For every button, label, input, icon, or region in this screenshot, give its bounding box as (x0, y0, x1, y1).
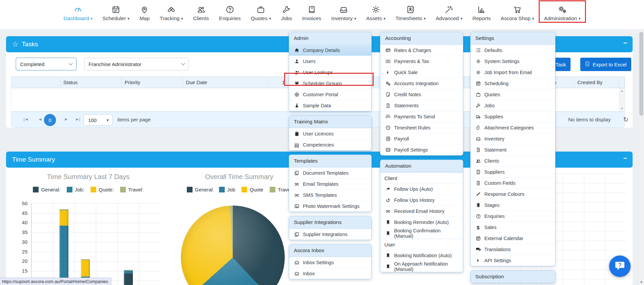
scrollbar-thumb[interactable] (639, 32, 643, 116)
nav-item-administration[interactable]: Administration▾ (543, 3, 581, 21)
nav-item-invoices[interactable]: Invoices (302, 3, 322, 21)
task-assignee-select[interactable]: Franchise Administrator (84, 58, 189, 70)
menu-item-translations[interactable]: Translations (471, 244, 555, 255)
pager-first-button[interactable]: |◄ (23, 117, 28, 122)
menu-item-users[interactable]: Users (289, 56, 371, 67)
menu-item-photo-watermark-settings[interactable]: Photo Watermark Settings (289, 201, 371, 212)
menu-item-competencies[interactable]: ▤Competencies (289, 139, 371, 150)
menu-item-sample-data[interactable]: Sample Data (289, 100, 371, 111)
menu-item-credit-notes[interactable]: Credit Notes (380, 89, 463, 100)
menu-item-statement[interactable]: $Statement (471, 144, 555, 155)
menu-item-scheduling[interactable]: Scheduling (471, 78, 555, 89)
nav-item-map[interactable]: Map (139, 3, 150, 21)
nav-item-advanced[interactable]: Advanced▾ (435, 3, 463, 21)
column-header-due-date[interactable]: Due Date (183, 77, 268, 88)
nav-item-quotes[interactable]: Quotes▾ (250, 3, 272, 21)
menu-item-sms-templates[interactable]: ✉SMS Templates (289, 189, 371, 201)
nav-item-ascora-shop[interactable]: Ascora Shop▾ (500, 3, 535, 21)
nav-item-tracking[interactable]: Tracking▾ (159, 3, 183, 21)
menu-item-label: Customer Portal (303, 92, 338, 97)
menu-item-job-import-from-email[interactable]: Job Import from Email (471, 67, 555, 78)
column-header-priority[interactable]: Priority (122, 77, 183, 88)
window-scrollbar[interactable]: ▼ (638, 30, 644, 285)
menu-item-scheduler-groups[interactable]: Scheduler Groups (289, 78, 371, 89)
page-size-select[interactable]: 100▼ (84, 114, 113, 126)
menu-item-on-approach-notification-manual[interactable]: On Approach Notification (Manual) (380, 261, 463, 272)
menu-item-payroll[interactable]: Payroll (380, 133, 463, 144)
menu-item-label: Document Templates (303, 170, 348, 176)
menu-item-defaults[interactable]: Defaults (471, 45, 555, 56)
column-header-status[interactable]: Status (61, 77, 122, 88)
menu-item-quick-sale[interactable]: Quick Sale (380, 67, 463, 78)
menu-item-enquiries[interactable]: Enquiries (471, 211, 555, 222)
menu-item-label: Users (303, 59, 316, 64)
menu-item-follow-ups-auto[interactable]: Follow Ups (Auto) (380, 183, 463, 194)
menu-item-stages[interactable]: Stages (471, 199, 555, 211)
menu-item-document-templates[interactable]: Document Templates (289, 167, 371, 178)
menu-item-statements[interactable]: xStatements (380, 100, 463, 111)
menu-item-inventory[interactable]: Inventory (471, 133, 555, 144)
menu-item-timesheet-rules[interactable]: Timesheet Rules (380, 122, 463, 133)
menu-item-system-settings[interactable]: System Settings (471, 56, 555, 67)
menu-item-suppliers[interactable]: Suppliers (471, 166, 555, 177)
column-header-created-by[interactable]: Created By (575, 77, 619, 88)
table-scrollbar[interactable]: ▲ ▼ (619, 88, 625, 111)
menu-item-custom-fields[interactable]: Custom Fields (471, 177, 555, 188)
nav-item-inventory[interactable]: Inventory▾ (331, 3, 357, 21)
menu-item-attachment-categories[interactable]: Attachment Categories (471, 122, 555, 133)
menu-item-accounts-integration[interactable]: Accounts Integration (380, 78, 463, 89)
menu-item-payments-tax[interactable]: Payments & Tax (380, 56, 463, 67)
timesheets-icon (406, 3, 415, 14)
menu-item-api-settings[interactable]: API Settings (471, 255, 555, 266)
nav-item-scheduler[interactable]: Scheduler▾ (102, 3, 130, 21)
refresh-icon[interactable]: ↻ (623, 116, 629, 123)
export-to-excel-button[interactable]: x Export to Excel (580, 58, 631, 71)
task-status-select[interactable]: Completed (16, 58, 76, 70)
menu-item-customer-portal[interactable]: Customer Portal (289, 89, 371, 100)
scrollbar-down-icon[interactable]: ▼ (640, 280, 643, 284)
menu-item-clients[interactable]: Clients (471, 155, 555, 166)
menu-item-user-licences[interactable]: User Licences (289, 128, 371, 139)
nav-item-assets[interactable]: Assets▾ (366, 3, 386, 21)
nav-item-reports[interactable]: Reports (472, 3, 491, 21)
pager-page-0[interactable]: 0 (44, 114, 56, 126)
nav-item-dashboard[interactable]: Dashboard▾ (63, 3, 93, 21)
menu-item-booking-notification-auto[interactable]: Booking Notification (Auto) (380, 250, 463, 261)
bolt-icon (385, 70, 391, 75)
pie-chart-overall: Overall Time Summary GeneralJobQuoteTrav… (172, 168, 306, 285)
caret-down-icon: ▾ (461, 17, 463, 20)
nav-item-timesheets[interactable]: Timesheets▾ (395, 3, 426, 21)
menu-item-payroll-settings[interactable]: Payroll Settings (380, 144, 463, 155)
scroll-down-icon[interactable]: ▼ (621, 107, 624, 110)
nav-item-jobs[interactable]: Jobs (280, 3, 293, 21)
menu-item-inbox-settings[interactable]: Inbox Settings (289, 257, 371, 268)
pager-next-button[interactable]: ► (64, 117, 68, 122)
menu-item-email-templates[interactable]: ✉Email Templates (289, 178, 371, 189)
pager-last-button[interactable]: ►| (75, 117, 80, 122)
menu-item-inbox[interactable]: Inbox (289, 268, 371, 279)
help-button[interactable]: ? (609, 255, 631, 277)
comments-icon (475, 247, 481, 252)
menu-item-quotes[interactable]: Quotes (471, 89, 555, 100)
menu-item-booking-reminder-auto[interactable]: Booking Reminder (Auto) (380, 217, 463, 228)
clock-icon (385, 125, 391, 130)
menu-item-jobs[interactable]: Jobs (471, 100, 555, 111)
menu-item-rates-charges[interactable]: Rates & Charges (380, 45, 463, 56)
menu-item-payments-to-send[interactable]: Payments To Send (380, 111, 463, 122)
scroll-up-icon[interactable]: ▲ (621, 89, 624, 93)
nav-item-enquiries[interactable]: Enquiries (218, 3, 241, 21)
menu-item-company-details[interactable]: Company Details (289, 45, 371, 56)
menu-item-user-lookups[interactable]: User Lookups (289, 67, 371, 78)
time-summary-collapse-icon[interactable]: − (623, 155, 627, 162)
tasks-collapse-icon[interactable]: − (623, 39, 627, 47)
menu-item-supplies[interactable]: Supplies (471, 111, 555, 122)
menu-item-sales[interactable]: $Sales (471, 222, 555, 233)
menu-item-external-calendar[interactable]: External Calendar (471, 233, 555, 244)
pager-prev-button[interactable]: ◄ (38, 117, 42, 122)
menu-item-follow-ups-history[interactable]: ↺Follow Ups History (380, 194, 463, 206)
menu-item-booking-confirmation-manual[interactable]: Booking Confirmation (Manual) (380, 228, 463, 239)
menu-item-supplier-integrations[interactable]: Supplier Integrations (289, 229, 371, 240)
menu-item-response-colours[interactable]: Response Colours (471, 188, 555, 199)
nav-item-clients[interactable]: Clients (192, 3, 209, 21)
menu-item-received-email-history[interactable]: ✉Received Email History (380, 206, 463, 217)
